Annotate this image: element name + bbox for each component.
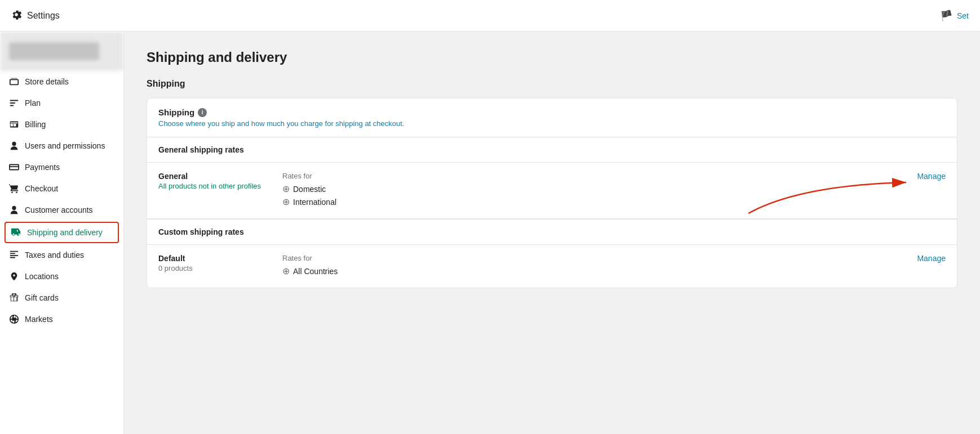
sidebar-item-checkout[interactable]: Checkout — [0, 178, 123, 199]
sidebar-item-taxes[interactable]: Taxes and duties — [0, 244, 123, 266]
sidebar-label-customer-accounts: Customer accounts — [25, 205, 93, 214]
general-rate-sub: All products not in other profiles — [158, 182, 271, 190]
general-rate-name: General — [158, 172, 271, 181]
shipping-section-title: Shipping — [147, 79, 957, 89]
all-countries-label: All Countries — [293, 267, 338, 276]
general-rate-international: ⊕ International — [282, 196, 906, 207]
international-label: International — [293, 198, 336, 207]
user-icon — [9, 141, 19, 151]
card-header: Shipping i Choose where you ship and how… — [147, 99, 957, 137]
sidebar-item-payments[interactable]: Payments — [0, 156, 123, 178]
gear-icon — [11, 10, 21, 21]
general-rate-name-col: General All products not in other profil… — [158, 172, 271, 190]
custom-rate-name: Default — [158, 254, 271, 263]
top-nav: Settings 🏴 Set — [0, 0, 980, 32]
custom-rate-manage-link[interactable]: Manage — [917, 254, 946, 263]
custom-rates-title: Custom shipping rates — [147, 219, 957, 245]
general-rate-manage-link[interactable]: Manage — [917, 172, 946, 181]
payments-icon — [9, 162, 19, 172]
truck-icon — [11, 227, 21, 238]
card-header-title: Shipping i — [158, 108, 946, 117]
custom-rate-locations-col: Rates for ⊕ All Countries — [282, 254, 906, 279]
sidebar-label-plan: Plan — [25, 99, 41, 108]
sidebar-item-billing[interactable]: Billing — [0, 114, 123, 135]
nav-right-label: Set — [957, 11, 969, 20]
general-rate-row: General All products not in other profil… — [147, 163, 957, 219]
store-icon — [9, 77, 19, 87]
info-icon[interactable]: i — [198, 108, 207, 117]
custom-rate-manage-col: Manage — [917, 254, 946, 263]
custom-rate-all-countries: ⊕ All Countries — [282, 266, 906, 276]
sidebar-label-checkout: Checkout — [25, 184, 58, 193]
globe-all-countries-icon: ⊕ — [282, 266, 290, 276]
sidebar-label-users: Users and permissions — [25, 141, 105, 150]
sidebar-item-locations[interactable]: Locations — [0, 266, 123, 287]
flag-icon: 🏴 — [940, 10, 952, 22]
sidebar-label-payments: Payments — [25, 163, 60, 172]
top-nav-left: Settings — [11, 10, 60, 21]
location-icon — [9, 271, 19, 281]
card-header-subtitle: Choose where you ship and how much you c… — [158, 119, 946, 128]
general-rates-for-label: Rates for — [282, 172, 906, 180]
sidebar-label-markets: Markets — [25, 315, 53, 324]
general-rates-title: General shipping rates — [147, 137, 957, 163]
sidebar-label-gift-cards: Gift cards — [25, 293, 59, 302]
sidebar-label-store-details: Store details — [25, 77, 69, 86]
general-rate-domestic: ⊕ Domestic — [282, 184, 906, 194]
globe-domestic-icon: ⊕ — [282, 184, 290, 194]
sidebar-item-plan[interactable]: Plan — [0, 92, 123, 114]
custom-rates-for-label: Rates for — [282, 254, 906, 262]
nav-title: Settings — [27, 11, 60, 21]
sidebar-item-gift-cards[interactable]: Gift cards — [0, 287, 123, 308]
billing-icon — [9, 119, 19, 129]
shipping-card: Shipping i Choose where you ship and how… — [147, 98, 957, 288]
store-logo — [9, 42, 99, 60]
globe-icon — [9, 314, 19, 324]
sidebar: Store details Plan Billing Users and per… — [0, 32, 124, 434]
general-rate-locations-col: Rates for ⊕ Domestic ⊕ International — [282, 172, 906, 209]
sidebar-item-markets[interactable]: Markets — [0, 308, 123, 330]
main-content: Shipping and delivery Shipping Shipping … — [124, 32, 980, 434]
page-title: Shipping and delivery — [147, 50, 957, 65]
globe-international-icon: ⊕ — [282, 196, 290, 207]
custom-rate-sub: 0 products — [158, 264, 271, 272]
custom-rate-name-col: Default 0 products — [158, 254, 271, 272]
sidebar-label-shipping: Shipping and delivery — [27, 228, 103, 237]
domestic-label: Domestic — [293, 185, 326, 194]
plan-icon — [9, 98, 19, 108]
sidebar-item-store-details[interactable]: Store details — [0, 71, 123, 92]
layout: Store details Plan Billing Users and per… — [0, 32, 980, 434]
top-nav-right: 🏴 Set — [940, 10, 969, 22]
sidebar-item-shipping-delivery[interactable]: Shipping and delivery — [5, 222, 119, 243]
customer-icon — [9, 205, 19, 215]
checkout-icon — [9, 184, 19, 194]
sidebar-item-users-permissions[interactable]: Users and permissions — [0, 135, 123, 156]
sidebar-label-billing: Billing — [25, 120, 46, 129]
taxes-icon — [9, 250, 19, 260]
sidebar-label-locations: Locations — [25, 272, 59, 281]
custom-rate-row: Default 0 products Rates for ⊕ All Count… — [147, 245, 957, 288]
sidebar-logo — [0, 32, 123, 71]
sidebar-label-taxes: Taxes and duties — [25, 250, 84, 259]
sidebar-item-customer-accounts[interactable]: Customer accounts — [0, 199, 123, 221]
gift-icon — [9, 293, 19, 303]
general-rate-manage-col: Manage — [917, 172, 946, 181]
